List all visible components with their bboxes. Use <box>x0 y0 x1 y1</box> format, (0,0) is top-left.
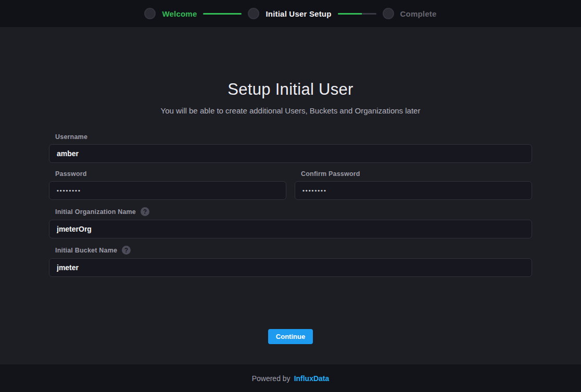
influxdb-setup-wizard: Welcome Initial User Setup Complete Setu… <box>0 0 581 392</box>
password-field-group: Password <box>49 170 286 200</box>
page-title: Setup Initial User <box>0 80 581 99</box>
confirm-password-input[interactable] <box>295 181 532 200</box>
setup-initial-user-panel: Setup Initial User You will be able to c… <box>0 27 581 364</box>
step-initial-user-setup: Initial User Setup <box>248 8 331 19</box>
stepper-connector-1 <box>203 13 242 15</box>
step-initial-user-setup-circle-icon <box>248 8 259 19</box>
initial-user-form: Username Password Confirm Password Initi… <box>49 133 532 344</box>
username-input[interactable] <box>49 144 532 163</box>
password-row: Password Confirm Password <box>49 170 532 200</box>
step-welcome-circle-icon <box>144 8 156 19</box>
step-initial-user-setup-label: Initial User Setup <box>266 9 331 18</box>
step-complete-circle-icon <box>383 8 394 19</box>
setup-wizard-stepper: Welcome Initial User Setup Complete <box>0 0 581 27</box>
password-label: Password <box>55 170 286 178</box>
step-complete: Complete <box>383 8 437 19</box>
bucket-label: Initial Bucket Name ? <box>55 246 532 255</box>
page-subtitle: You will be able to create additional Us… <box>0 106 581 115</box>
powered-by-text: Powered by <box>252 374 290 383</box>
step-welcome: Welcome <box>144 8 197 19</box>
step-welcome-label: Welcome <box>162 9 197 18</box>
confirm-password-field-group: Confirm Password <box>295 170 532 200</box>
password-input[interactable] <box>49 181 286 200</box>
bucket-input[interactable] <box>49 258 532 277</box>
username-field-group: Username <box>49 133 532 163</box>
organization-input[interactable] <box>49 220 532 238</box>
footer: Powered by InfluxData <box>0 364 581 392</box>
organization-field-group: Initial Organization Name ? <box>49 207 532 238</box>
bucket-field-group: Initial Bucket Name ? <box>49 246 532 277</box>
stepper-connector-2 <box>338 13 376 15</box>
organization-label: Initial Organization Name ? <box>55 207 532 216</box>
bucket-help-question-icon[interactable]: ? <box>122 246 131 255</box>
confirm-password-label: Confirm Password <box>301 170 532 178</box>
continue-button[interactable]: Continue <box>268 329 313 344</box>
organization-help-question-icon[interactable]: ? <box>141 207 149 216</box>
form-actions: Continue <box>49 329 532 344</box>
username-label: Username <box>55 133 532 141</box>
step-complete-label: Complete <box>400 9 437 18</box>
organization-label-text: Initial Organization Name <box>55 208 136 216</box>
influxdata-link[interactable]: InfluxData <box>294 374 330 383</box>
bucket-label-text: Initial Bucket Name <box>55 247 117 254</box>
